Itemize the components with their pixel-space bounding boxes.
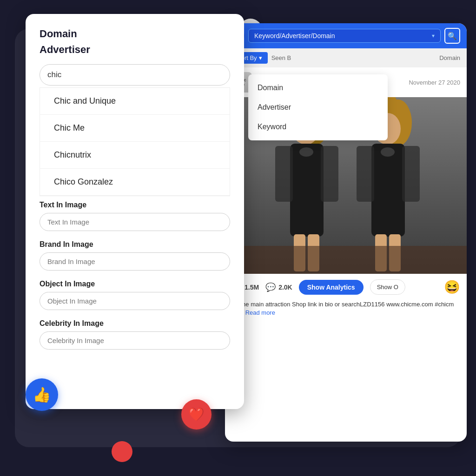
read-more-link[interactable]: Read more	[245, 309, 275, 316]
text-in-image-label: Text In Image	[40, 201, 230, 209]
post-caption: Be the main attraction Shop link in bio …	[225, 300, 467, 324]
seen-b-label: Seen B	[271, 54, 291, 61]
search-placeholder-text: Keyword/Advertiser/Domain	[254, 32, 335, 40]
domain-label: Domain	[439, 54, 460, 61]
domain-dropdown-item[interactable]: Domain	[248, 78, 388, 98]
advertiser-filter-label: Advertiser	[40, 44, 230, 56]
svg-rect-7	[275, 146, 293, 202]
show-other-button[interactable]: Show O	[370, 279, 405, 295]
text-in-image-input[interactable]	[40, 213, 230, 231]
comments-value: 2.0K	[278, 284, 292, 291]
object-in-image-group: Object In Image	[40, 280, 230, 310]
suggestion-item[interactable]: Chico Gonzalez	[40, 169, 230, 196]
sort-chevron-icon: ▾	[259, 54, 262, 61]
comment-icon: 💬	[265, 282, 276, 292]
svg-rect-16	[371, 144, 405, 237]
thumbs-up-emoji: 👍	[33, 386, 51, 403]
object-in-image-label: Object In Image	[40, 280, 230, 288]
top-search-bar: ⚡ Keyword/Advertiser/Domain ▾ 🔍	[225, 23, 467, 48]
advertiser-search-wrapper	[40, 64, 230, 86]
bottom-circle-decoration	[112, 441, 132, 462]
svg-rect-22	[225, 246, 467, 274]
object-in-image-input[interactable]	[40, 292, 230, 310]
dropdown-arrow-icon: ▾	[432, 33, 435, 39]
post-actions: 👍 1.5M 💬 2.0K Show Analytics Show O 😆	[225, 274, 467, 300]
celebrity-in-image-label: Celebrity In Image	[40, 319, 230, 328]
advertiser-search-input[interactable]	[40, 64, 230, 86]
suggestion-item[interactable]: Chic Me	[40, 115, 230, 142]
heart-emoji: ❤️	[188, 407, 205, 422]
keyword-advertiser-domain-input[interactable]: Keyword/Advertiser/Domain ▾	[248, 29, 441, 43]
right-post-panel: ⚡ Keyword/Advertiser/Domain ▾ 🔍 Domain A…	[225, 23, 467, 442]
show-analytics-button[interactable]: Show Analytics	[299, 280, 364, 295]
floating-heart: ❤️	[181, 399, 212, 430]
svg-point-19	[381, 147, 395, 157]
suggestion-item[interactable]: Chicnutrix	[40, 142, 230, 169]
svg-point-9	[299, 147, 313, 157]
text-in-image-group: Text In Image	[40, 201, 230, 231]
celebrity-in-image-input[interactable]	[40, 331, 230, 350]
svg-rect-8	[321, 146, 338, 202]
emoji-reaction: 😆	[444, 279, 460, 295]
filter-fields-section: Text In Image Brand In Image Object In I…	[26, 201, 244, 350]
floating-thumbs-up: 👍	[26, 378, 58, 411]
svg-rect-6	[290, 144, 324, 237]
svg-rect-18	[402, 146, 420, 202]
svg-rect-17	[357, 146, 374, 202]
comments-count: 💬 2.0K	[265, 282, 292, 292]
advertiser-dropdown-item[interactable]: Advertiser	[248, 98, 388, 117]
brand-in-image-group: Brand In Image	[40, 240, 230, 271]
search-button[interactable]: 🔍	[444, 28, 460, 44]
domain-filter-label: Domain	[40, 28, 230, 40]
brand-in-image-label: Brand In Image	[40, 240, 230, 249]
brand-in-image-input[interactable]	[40, 252, 230, 271]
keyword-dropdown-item[interactable]: Keyword	[248, 117, 388, 137]
suggestion-item[interactable]: Chic and Unique	[40, 88, 230, 115]
domain-dropdown-overlay: Domain Advertiser Keyword	[248, 74, 388, 140]
post-date: November 27 2020	[409, 79, 460, 86]
likes-value: 1.5M	[245, 284, 259, 291]
second-filter-bar: Sort By ▾ Seen B Domain	[225, 48, 467, 67]
left-filter-panel: Domain Advertiser Chic and Unique Chic M…	[26, 14, 244, 409]
celebrity-in-image-group: Celebrity In Image	[40, 319, 230, 350]
suggestions-dropdown: Chic and Unique Chic Me Chicnutrix Chico…	[40, 87, 230, 196]
